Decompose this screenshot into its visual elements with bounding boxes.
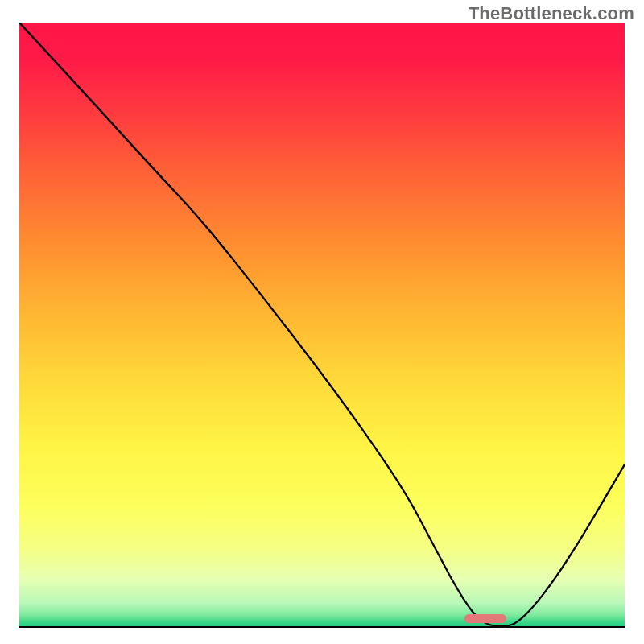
plot-area <box>19 23 625 628</box>
bottleneck-curve <box>19 23 625 628</box>
chart-container: TheBottleneck.com <box>0 0 644 644</box>
optimal-range-marker <box>464 614 507 623</box>
watermark-text: TheBottleneck.com <box>469 3 634 24</box>
x-axis-baseline <box>19 626 625 628</box>
